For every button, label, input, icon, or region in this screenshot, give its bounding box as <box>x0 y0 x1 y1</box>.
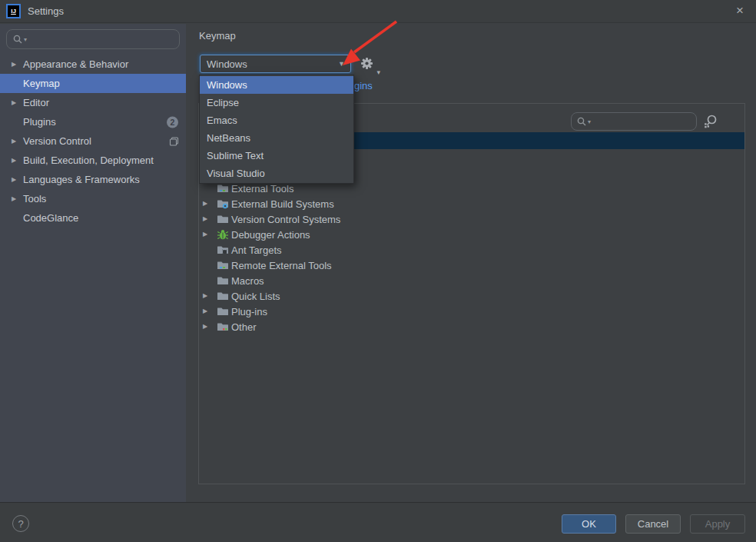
folder-dots-icon <box>217 321 229 333</box>
expand-arrow-icon[interactable]: ▶ <box>12 196 16 202</box>
sidebar-item-codeglance[interactable]: CodeGlance <box>0 208 186 228</box>
gear-icon <box>360 57 373 70</box>
folder-gear-icon <box>217 198 229 210</box>
keymap-option-netbeans[interactable]: NetBeans <box>200 129 353 147</box>
keymap-gear-button[interactable]: ▾ <box>360 57 379 73</box>
sidebar-item-label: Appearance & Behavior <box>23 58 128 70</box>
keymap-select-value: Windows <box>207 58 247 70</box>
titlebar: IJ Settings × <box>0 0 756 23</box>
find-by-shortcut-button[interactable] <box>702 113 719 130</box>
action-search-input[interactable]: ▾ <box>571 112 697 131</box>
tree-item-version-control-systems[interactable]: ▶ Version Control Systems <box>199 211 744 227</box>
expand-arrow-icon[interactable]: ▶ <box>203 293 207 299</box>
expand-arrow-icon[interactable]: ▶ <box>12 138 16 145</box>
tree-item-external-build-systems[interactable]: ▶ External Build Systems <box>199 196 744 211</box>
find-shortcut-icon <box>702 113 719 130</box>
search-options-caret-icon: ▾ <box>588 118 591 125</box>
search-icon <box>576 116 587 127</box>
keymap-option-eclipse[interactable]: Eclipse <box>200 94 353 111</box>
expand-arrow-icon[interactable]: ▶ <box>203 324 207 330</box>
folder-tools-icon <box>217 182 229 195</box>
page-title: Keymap <box>199 30 236 42</box>
close-icon[interactable]: × <box>736 3 744 18</box>
expand-arrow-icon[interactable]: ▶ <box>203 216 207 222</box>
sidebar-item-label: CodeGlance <box>23 212 78 224</box>
settings-sidebar: ▾ ▶ Appearance & Behavior Keymap ▶ Edito… <box>0 24 186 502</box>
keymap-settings-page: Keymap Windows ▼ ▾ gins <box>186 24 756 502</box>
window-title: Settings <box>28 5 64 17</box>
plugins-count-badge: 2 <box>167 116 178 128</box>
keymap-option-visual-studio[interactable]: Visual Studio <box>200 165 353 182</box>
apply-button: Apply <box>690 514 745 534</box>
sidebar-item-tools[interactable]: ▶ Tools <box>0 189 186 208</box>
tree-item-quick-lists[interactable]: ▶ Quick Lists <box>199 288 744 304</box>
chevron-down-icon[interactable]: ▼ <box>338 61 345 68</box>
settings-nav: ▶ Appearance & Behavior Keymap ▶ Editor … <box>0 55 186 228</box>
keymap-option-sublime-text[interactable]: Sublime Text <box>200 147 353 165</box>
folder-icon <box>217 290 229 302</box>
sidebar-item-build-execution-deployment[interactable]: ▶ Build, Execution, Deployment <box>0 151 186 170</box>
sidebar-item-label: Tools <box>23 193 46 204</box>
sidebar-item-label: Plugins <box>23 116 56 128</box>
folder-icon <box>217 305 229 318</box>
keymap-dropdown-list: Windows Eclipse Emacs NetBeans Sublime T… <box>199 75 354 184</box>
tree-item-macros[interactable]: Macros <box>199 273 744 288</box>
expand-arrow-icon[interactable]: ▶ <box>203 201 207 207</box>
search-options-caret-icon: ▾ <box>24 36 27 43</box>
settings-dialog: IJ Settings × ▾ ▶ Appearance & Behavior … <box>0 0 756 542</box>
expand-arrow-icon[interactable]: ▶ <box>12 100 16 106</box>
sidebar-item-label: Editor <box>23 97 49 108</box>
keymap-option-windows[interactable]: Windows <box>200 76 353 94</box>
folder-icon <box>217 274 229 287</box>
get-more-keymaps-link[interactable]: gins <box>354 80 373 91</box>
sidebar-item-keymap[interactable]: Keymap <box>0 74 186 93</box>
search-icon <box>12 34 23 45</box>
tree-item-debugger-actions[interactable]: ▶ Debugger Actions <box>199 227 744 242</box>
expand-arrow-icon[interactable]: ▶ <box>12 158 16 164</box>
expand-arrow-icon[interactable]: ▶ <box>12 62 16 68</box>
dialog-footer: ? OK Cancel Apply <box>0 502 756 542</box>
sidebar-item-label: Version Control <box>23 135 91 147</box>
sidebar-item-label: Build, Execution, Deployment <box>23 155 154 166</box>
cancel-button[interactable]: Cancel <box>625 514 681 534</box>
sidebar-item-appearance-behavior[interactable]: ▶ Appearance & Behavior <box>0 55 186 74</box>
folder-ant-icon <box>217 244 229 256</box>
help-button[interactable]: ? <box>12 515 29 532</box>
intellij-logo-icon: IJ <box>6 4 21 18</box>
sidebar-item-label: Keymap <box>23 78 60 89</box>
sidebar-item-languages-frameworks[interactable]: ▶ Languages & Frameworks <box>0 170 186 189</box>
tree-item-ant-targets[interactable]: Ant Targets <box>199 242 744 258</box>
folder-tools-icon <box>217 259 229 271</box>
caret-down-icon: ▾ <box>376 69 380 76</box>
sidebar-item-label: Languages & Frameworks <box>23 174 140 185</box>
project-settings-icon <box>169 136 179 146</box>
ok-button[interactable]: OK <box>562 514 616 534</box>
sidebar-item-version-control[interactable]: ▶ Version Control <box>0 131 186 151</box>
expand-arrow-icon[interactable]: ▶ <box>203 231 207 238</box>
sidebar-item-plugins[interactable]: Plugins 2 <box>0 112 186 131</box>
tree-item-other[interactable]: ▶ Other <box>199 319 744 334</box>
settings-search-input[interactable]: ▾ <box>6 29 180 49</box>
folder-icon <box>217 213 229 225</box>
expand-arrow-icon[interactable]: ▶ <box>12 177 16 183</box>
expand-arrow-icon[interactable]: ▶ <box>203 308 207 314</box>
tree-item-remote-external-tools[interactable]: Remote External Tools <box>199 258 744 273</box>
sidebar-item-editor[interactable]: ▶ Editor <box>0 93 186 112</box>
keymap-option-emacs[interactable]: Emacs <box>200 111 353 129</box>
keymap-select[interactable]: Windows ▼ <box>200 55 351 73</box>
bug-icon <box>217 228 229 241</box>
tree-item-plug-ins[interactable]: ▶ Plug-ins <box>199 304 744 319</box>
